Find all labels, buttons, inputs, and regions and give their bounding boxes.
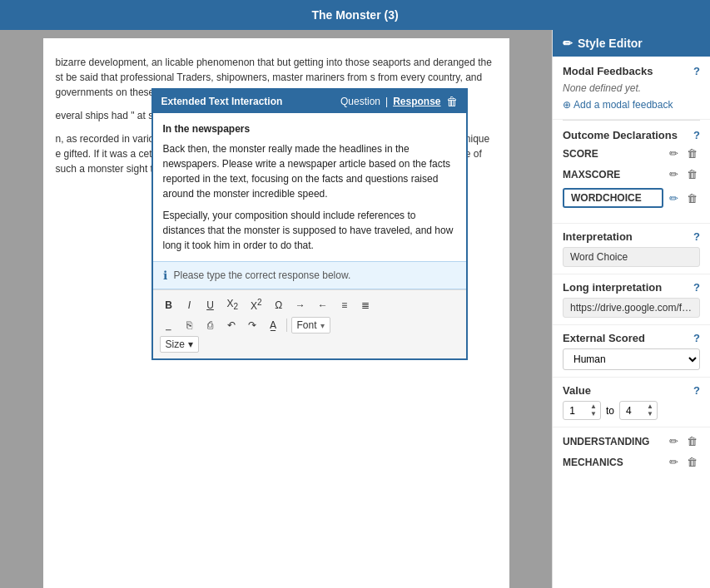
delete-interaction-icon[interactable]: 🗑 [446, 95, 458, 108]
size-chevron-icon: ▾ [188, 338, 193, 350]
mechanics-actions: ✏ 🗑 [667, 455, 700, 469]
bottom-outcomes-section: UNDERSTANDING ✏ 🗑 MECHANICS ✏ 🗑 [553, 427, 710, 482]
long-interpretation-value: https://drive.google.com/file/d [563, 298, 700, 318]
editor-toolbar: B I U X2 X2 Ω → ← ≡ ≣ ⎯ ⎘ ⎙ [153, 289, 466, 358]
interaction-title: Extended Text Interaction [161, 96, 283, 107]
font-selector[interactable]: Font ▾ [291, 317, 330, 334]
arrow-right-button[interactable]: → [290, 297, 310, 314]
superscript-button[interactable]: X2 [246, 295, 267, 314]
style-editor-panel: ✏ Style Editor Modal Feedbacks ? None de… [552, 30, 710, 588]
undo-button[interactable]: ↶ [222, 317, 241, 334]
interpretation-header: Interpretation ? [563, 230, 700, 243]
external-scored-select[interactable]: Human Automatic None [563, 348, 700, 370]
value-to-label: to [606, 405, 614, 417]
value-from-wrap: ▲ ▼ [563, 401, 601, 420]
interaction-body: In the newspapers Back then, the monster… [153, 113, 466, 261]
list-num-button[interactable]: ≣ [356, 297, 375, 314]
score-edit-button[interactable]: ✏ [667, 146, 681, 161]
wordchoice-delete-button[interactable]: 🗑 [684, 191, 700, 205]
interpretation-section: Interpretation ? Word Choice [553, 224, 710, 274]
outcome-declarations-section: Outcome Declarations ? SCORE ✏ 🗑 MAXSCOR… [553, 121, 710, 224]
value-from-down[interactable]: ▼ [590, 411, 597, 418]
underline-button[interactable]: U [201, 297, 220, 314]
understanding-delete-button[interactable]: 🗑 [684, 434, 700, 448]
toolbar-separator [286, 319, 287, 332]
mechanics-label: MECHANICS [563, 457, 667, 468]
value-to-down[interactable]: ▼ [647, 411, 653, 418]
prompt-bar: ℹ Please type the correct response below… [153, 261, 466, 289]
mechanics-delete-button[interactable]: 🗑 [684, 455, 700, 469]
body-text-2: Especially, your composition should incl… [163, 208, 456, 253]
panel-header: ✏ Style Editor [553, 30, 710, 57]
external-scored-header: External Scored ? [563, 332, 700, 344]
wordchoice-outcome-item: WORDCHOICE ✏ 🗑 [563, 188, 700, 208]
add-modal-feedback-link[interactable]: ⊕ Add a modal feedback [563, 99, 700, 111]
modal-feedbacks-title: Modal Feedbacks [563, 65, 653, 77]
long-interpretation-section: Long interpretation ? https://drive.goog… [553, 274, 710, 325]
panel-title: Style Editor [578, 37, 643, 50]
paste-button[interactable]: ⎙ [201, 317, 220, 334]
maxscore-label: MAXSCORE [563, 169, 667, 180]
toolbar-row-1: B I U X2 X2 Ω → ← ≡ ≣ [160, 295, 459, 314]
interaction-box: Extended Text Interaction Question | Res… [151, 88, 468, 360]
toolbar-row-2: ⎯ ⎘ ⎙ ↶ ↷ A̲ Font ▾ [160, 317, 459, 334]
external-scored-help-icon[interactable]: ? [693, 332, 700, 344]
long-interpretation-header: Long interpretation ? [563, 281, 700, 294]
copy-button[interactable]: ⎘ [181, 317, 199, 334]
external-scored-title: External Scored [563, 332, 645, 344]
value-from-input[interactable] [567, 405, 590, 417]
modal-feedbacks-help-icon[interactable]: ? [693, 65, 700, 77]
top-bar-title: The Monster (3) [311, 8, 398, 22]
info-icon: ℹ [163, 269, 167, 282]
pencil-icon: ✏ [563, 37, 573, 50]
understanding-label: UNDERSTANDING [563, 436, 667, 447]
value-to-wrap: ▲ ▼ [619, 401, 658, 420]
value-to-up[interactable]: ▲ [647, 403, 653, 410]
score-delete-button[interactable]: 🗑 [684, 146, 700, 161]
outcome-declarations-title: Outcome Declarations [563, 129, 678, 141]
maxscore-actions: ✏ 🗑 [667, 167, 700, 181]
size-selector[interactable]: Size ▾ [160, 336, 199, 353]
redo-button[interactable]: ↷ [243, 317, 261, 334]
maxscore-delete-button[interactable]: 🗑 [684, 167, 700, 181]
arrow-left-button[interactable]: ← [313, 297, 333, 314]
add-modal-feedback-label: Add a modal feedback [573, 99, 673, 111]
font-label: Font [297, 319, 317, 331]
interaction-header-tabs: Question | Response 🗑 [340, 95, 458, 108]
add-link-circle-icon: ⊕ [563, 99, 571, 111]
question-tab[interactable]: Question [340, 96, 380, 107]
value-to-spinners: ▲ ▼ [647, 403, 653, 418]
response-tab[interactable]: Response [393, 96, 440, 107]
outcome-declarations-header: Outcome Declarations ? [563, 129, 700, 141]
toolbar-btn-1[interactable]: ⎯ [160, 318, 178, 333]
understanding-actions: ✏ 🗑 [667, 434, 700, 448]
long-interpretation-title: Long interpretation [563, 281, 662, 294]
tab-divider: | [385, 96, 388, 107]
list-bullet-button[interactable]: ≡ [335, 297, 354, 314]
understanding-edit-button[interactable]: ✏ [667, 434, 681, 448]
outcome-declarations-help-icon[interactable]: ? [693, 129, 700, 141]
long-interpretation-help-icon[interactable]: ? [693, 281, 700, 294]
value-from-up[interactable]: ▲ [590, 403, 597, 410]
wordchoice-edit-button[interactable]: ✏ [667, 191, 681, 205]
value-help-icon[interactable]: ? [693, 384, 700, 397]
value-to-input[interactable] [623, 405, 647, 417]
understanding-outcome-item: UNDERSTANDING ✏ 🗑 [563, 434, 700, 448]
bold-button[interactable]: B [160, 297, 178, 314]
score-actions: ✏ 🗑 [667, 146, 700, 161]
wordchoice-label: WORDCHOICE [563, 188, 663, 208]
interpretation-help-icon[interactable]: ? [693, 230, 700, 243]
omega-button[interactable]: Ω [270, 297, 288, 314]
body-text-1: Back then, the monster really made the h… [163, 141, 456, 201]
maxscore-edit-button[interactable]: ✏ [667, 167, 681, 181]
subscript-button[interactable]: X2 [222, 295, 244, 314]
mechanics-outcome-item: MECHANICS ✏ 🗑 [563, 455, 700, 469]
value-section: Value ? ▲ ▼ to ▲ ▼ [553, 378, 710, 427]
mechanics-edit-button[interactable]: ✏ [667, 455, 681, 469]
top-bar: The Monster (3) [0, 0, 710, 30]
font-color-button[interactable]: A̲ [264, 317, 282, 334]
size-label: Size [166, 338, 185, 350]
score-label: SCORE [563, 148, 667, 160]
italic-button[interactable]: I [181, 297, 199, 314]
interpretation-title: Interpretation [563, 230, 633, 243]
